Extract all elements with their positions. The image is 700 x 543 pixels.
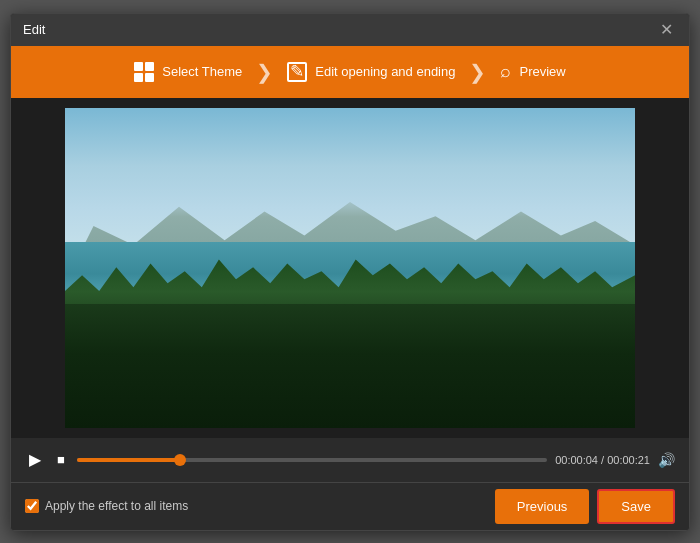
- content-area: [11, 98, 689, 438]
- progress-track[interactable]: [77, 458, 547, 462]
- footer-buttons: Previous Save: [495, 489, 675, 524]
- nav-step-preview[interactable]: ⌕ Preview: [500, 61, 565, 82]
- edit-window: Edit ✕ Select Theme ❯ ✎ Edit opening and…: [10, 13, 690, 531]
- nav-arrow-1: ❯: [256, 60, 273, 84]
- nav-step-select-theme-label: Select Theme: [162, 64, 242, 79]
- progress-container[interactable]: [77, 453, 547, 467]
- apply-effect-text: Apply the effect to all items: [45, 499, 188, 513]
- apply-effect-checkbox[interactable]: [25, 499, 39, 513]
- nav-arrow-2: ❯: [469, 60, 486, 84]
- nav-step-edit-opening-label: Edit opening and ending: [315, 64, 455, 79]
- video-scene: [65, 108, 635, 428]
- previous-button[interactable]: Previous: [495, 489, 590, 524]
- close-button[interactable]: ✕: [656, 20, 677, 40]
- progress-fill: [77, 458, 180, 462]
- volume-icon[interactable]: 🔊: [658, 452, 675, 468]
- current-time: 00:00:04: [555, 454, 598, 466]
- nav-step-preview-label: Preview: [519, 64, 565, 79]
- apply-effect-label[interactable]: Apply the effect to all items: [25, 499, 188, 513]
- preview-icon: ⌕: [500, 61, 511, 82]
- forest: [65, 252, 635, 428]
- time-display: 00:00:04 / 00:00:21: [555, 454, 650, 466]
- theme-icon: [134, 62, 154, 82]
- controls-bar: ▶ ■ 00:00:04 / 00:00:21 🔊: [11, 438, 689, 482]
- play-button[interactable]: ▶: [25, 448, 45, 471]
- nav-bar: Select Theme ❯ ✎ Edit opening and ending…: [11, 46, 689, 98]
- stop-button[interactable]: ■: [53, 450, 69, 469]
- edit-icon: ✎: [287, 62, 307, 82]
- save-button[interactable]: Save: [597, 489, 675, 524]
- total-time: 00:00:21: [607, 454, 650, 466]
- nav-step-select-theme[interactable]: Select Theme: [134, 62, 242, 82]
- progress-thumb: [174, 454, 186, 466]
- nav-step-edit-opening[interactable]: ✎ Edit opening and ending: [287, 62, 455, 82]
- video-container: [65, 108, 635, 428]
- title-bar: Edit ✕: [11, 14, 689, 46]
- time-separator: /: [598, 454, 607, 466]
- footer-bar: Apply the effect to all items Previous S…: [11, 482, 689, 530]
- window-title: Edit: [23, 22, 45, 37]
